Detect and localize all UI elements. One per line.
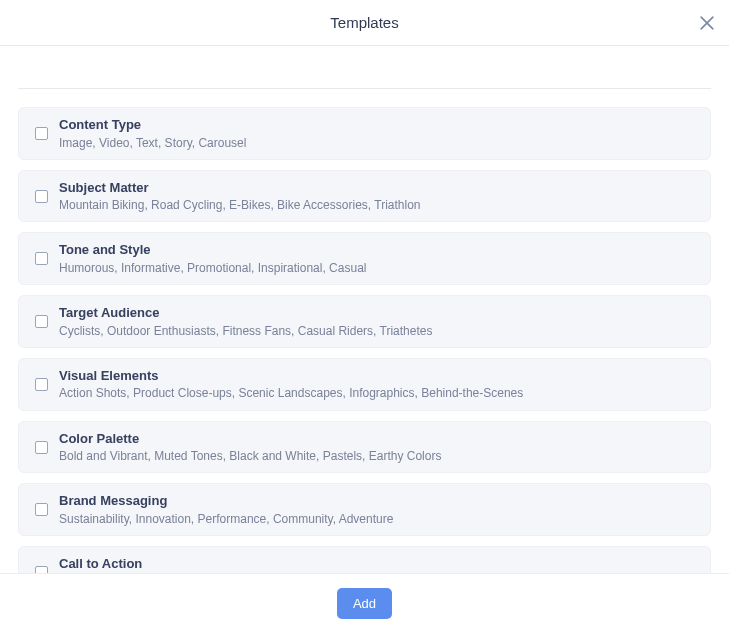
template-title: Target Audience bbox=[59, 304, 698, 322]
checkbox-wrap bbox=[29, 503, 53, 516]
checkbox-wrap bbox=[29, 252, 53, 265]
template-item[interactable]: Call to ActionShop Now, Learn More, Sign… bbox=[18, 546, 711, 573]
template-title: Visual Elements bbox=[59, 367, 698, 385]
template-title: Brand Messaging bbox=[59, 492, 698, 510]
template-item[interactable]: Target AudienceCyclists, Outdoor Enthusi… bbox=[18, 295, 711, 348]
templates-list: Content TypeImage, Video, Text, Story, C… bbox=[18, 88, 711, 573]
template-subtitle: Bold and Vibrant, Muted Tones, Black and… bbox=[59, 448, 698, 464]
template-checkbox[interactable] bbox=[35, 127, 48, 140]
template-checkbox[interactable] bbox=[35, 566, 48, 573]
close-button[interactable] bbox=[693, 9, 721, 37]
template-text: Call to ActionShop Now, Learn More, Sign… bbox=[59, 555, 698, 573]
template-checkbox[interactable] bbox=[35, 378, 48, 391]
checkbox-wrap bbox=[29, 127, 53, 140]
template-title: Call to Action bbox=[59, 555, 698, 573]
template-text: Color PaletteBold and Vibrant, Muted Ton… bbox=[59, 430, 698, 465]
modal-header: Templates bbox=[0, 0, 729, 46]
templates-modal: Templates Content TypeImage, Video, Text… bbox=[0, 0, 729, 633]
template-subtitle: Mountain Biking, Road Cycling, E-Bikes, … bbox=[59, 197, 698, 213]
template-item[interactable]: Tone and StyleHumorous, Informative, Pro… bbox=[18, 232, 711, 285]
modal-body: Content TypeImage, Video, Text, Story, C… bbox=[0, 46, 729, 573]
add-button[interactable]: Add bbox=[337, 588, 392, 619]
template-title: Tone and Style bbox=[59, 241, 698, 259]
template-subtitle: Cyclists, Outdoor Enthusiasts, Fitness F… bbox=[59, 323, 698, 339]
template-title: Subject Matter bbox=[59, 179, 698, 197]
template-title: Content Type bbox=[59, 116, 698, 134]
modal-title: Templates bbox=[330, 14, 398, 31]
template-subtitle: Sustainability, Innovation, Performance,… bbox=[59, 511, 698, 527]
template-checkbox[interactable] bbox=[35, 252, 48, 265]
template-text: Target AudienceCyclists, Outdoor Enthusi… bbox=[59, 304, 698, 339]
template-checkbox[interactable] bbox=[35, 441, 48, 454]
template-subtitle: Humorous, Informative, Promotional, Insp… bbox=[59, 260, 698, 276]
template-item[interactable]: Visual ElementsAction Shots, Product Clo… bbox=[18, 358, 711, 411]
template-item[interactable]: Brand MessagingSustainability, Innovatio… bbox=[18, 483, 711, 536]
checkbox-wrap bbox=[29, 441, 53, 454]
template-title: Color Palette bbox=[59, 430, 698, 448]
template-text: Brand MessagingSustainability, Innovatio… bbox=[59, 492, 698, 527]
template-checkbox[interactable] bbox=[35, 503, 48, 516]
template-item[interactable]: Color PaletteBold and Vibrant, Muted Ton… bbox=[18, 421, 711, 474]
checkbox-wrap bbox=[29, 566, 53, 573]
template-subtitle: Image, Video, Text, Story, Carousel bbox=[59, 135, 698, 151]
template-subtitle: Action Shots, Product Close-ups, Scenic … bbox=[59, 385, 698, 401]
close-icon bbox=[697, 13, 717, 33]
template-text: Subject MatterMountain Biking, Road Cycl… bbox=[59, 179, 698, 214]
template-item[interactable]: Subject MatterMountain Biking, Road Cycl… bbox=[18, 170, 711, 223]
checkbox-wrap bbox=[29, 315, 53, 328]
template-text: Content TypeImage, Video, Text, Story, C… bbox=[59, 116, 698, 151]
checkbox-wrap bbox=[29, 378, 53, 391]
template-checkbox[interactable] bbox=[35, 190, 48, 203]
checkbox-wrap bbox=[29, 190, 53, 203]
modal-footer: Add bbox=[0, 573, 729, 633]
template-item[interactable]: Content TypeImage, Video, Text, Story, C… bbox=[18, 107, 711, 160]
template-text: Visual ElementsAction Shots, Product Clo… bbox=[59, 367, 698, 402]
template-checkbox[interactable] bbox=[35, 315, 48, 328]
template-text: Tone and StyleHumorous, Informative, Pro… bbox=[59, 241, 698, 276]
